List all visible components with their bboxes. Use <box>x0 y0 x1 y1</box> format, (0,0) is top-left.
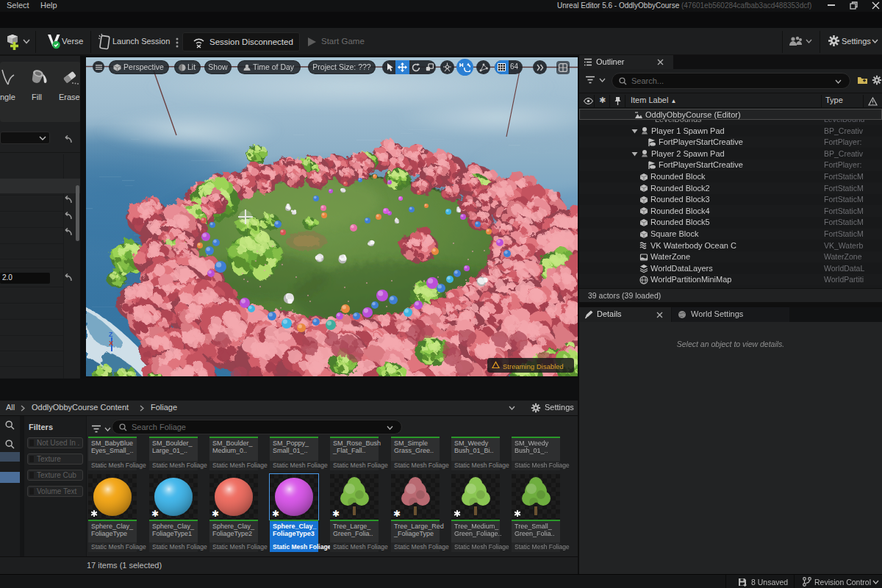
svg-text:X: X <box>109 340 113 347</box>
svg-text:Z: Z <box>109 331 113 338</box>
svg-text:Streaming Disabled: Streaming Disabled <box>503 362 564 370</box>
